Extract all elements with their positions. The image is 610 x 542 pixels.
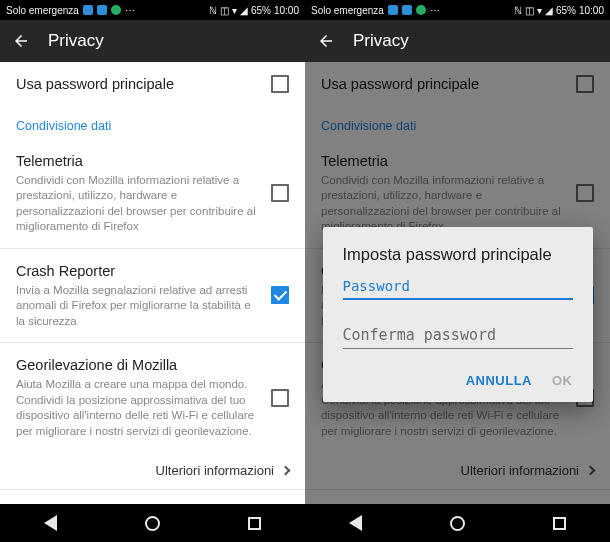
chevron-right-icon: [281, 466, 291, 476]
settings-list: Usa password principale Condivisione dat…: [0, 62, 305, 504]
row-title: Crash Reporter: [16, 262, 259, 281]
clock-text: 10:00: [274, 5, 299, 16]
nav-back-icon[interactable]: [44, 515, 57, 531]
app-bar: Privacy: [305, 20, 610, 62]
notif-icon: [83, 5, 93, 15]
nav-home-icon[interactable]: [450, 516, 465, 531]
notif-icon: [416, 5, 426, 15]
nav-back-icon[interactable]: [349, 515, 362, 531]
notif-icon: [111, 5, 121, 15]
nav-bar: [305, 504, 610, 542]
app-bar: Privacy: [0, 20, 305, 62]
carrier-text: Solo emergenza: [311, 5, 384, 16]
wifi-icon: ▾: [537, 5, 542, 16]
phone-right: Solo emergenza ⋯ ℕ ◫ ▾ ◢ 65% 10:00 Priva…: [305, 0, 610, 542]
more-info-label: Ulteriori informazioni: [156, 463, 274, 478]
vibrate-icon: ◫: [220, 5, 229, 16]
status-bar: Solo emergenza ⋯ ℕ ◫ ▾ ◢ 65% 10:00: [305, 0, 610, 20]
settings-list: Usa password principale Condivisione dat…: [305, 62, 610, 504]
row-geolocation[interactable]: Georilevazione di Mozilla Aiuta Mozilla …: [0, 343, 305, 452]
notif-icon: [402, 5, 412, 15]
clock-text: 10:00: [579, 5, 604, 16]
checkbox-telemetry[interactable]: [271, 184, 289, 202]
nav-home-icon[interactable]: [145, 516, 160, 531]
more-icon: ⋯: [430, 5, 440, 16]
row-title: Telemetria: [16, 152, 259, 171]
row-crash-reporter[interactable]: Crash Reporter Invia a Mozilla segnalazi…: [0, 249, 305, 342]
confirm-password-field[interactable]: [343, 322, 573, 349]
dialog-title: Imposta password principale: [343, 245, 573, 264]
notif-icon: [388, 5, 398, 15]
wifi-icon: ▾: [232, 5, 237, 16]
row-title: Analisi integrità di Firefox: [16, 503, 289, 504]
row-subtitle: Condividi con Mozilla informazioni relat…: [16, 173, 259, 235]
modal-overlay: Imposta password principale ANNULLA OK: [305, 62, 610, 504]
back-icon[interactable]: [317, 32, 335, 50]
row-telemetry[interactable]: Telemetria Condividi con Mozilla informa…: [0, 139, 305, 248]
battery-text: 65%: [556, 5, 576, 16]
checkbox-geolocation[interactable]: [271, 389, 289, 407]
vibrate-icon: ◫: [525, 5, 534, 16]
row-title: Usa password principale: [16, 75, 259, 94]
row-title: Georilevazione di Mozilla: [16, 356, 259, 375]
password-field[interactable]: [343, 274, 573, 300]
row-more-info[interactable]: Ulteriori informazioni: [0, 452, 305, 489]
more-icon: ⋯: [125, 5, 135, 16]
nav-bar: [0, 504, 305, 542]
row-subtitle: Invia a Mozilla segnalazioni relative ad…: [16, 283, 259, 330]
nfc-icon: ℕ: [514, 5, 522, 16]
checkbox-crash-reporter[interactable]: [271, 286, 289, 304]
set-master-password-dialog: Imposta password principale ANNULLA OK: [323, 227, 593, 402]
battery-text: 65%: [251, 5, 271, 16]
checkbox-master-password[interactable]: [271, 75, 289, 93]
dialog-actions: ANNULLA OK: [343, 367, 573, 394]
nav-recent-icon[interactable]: [553, 517, 566, 530]
carrier-text: Solo emergenza: [6, 5, 79, 16]
row-subtitle: Aiuta Mozilla a creare una mappa del mon…: [16, 377, 259, 439]
page-title: Privacy: [48, 31, 104, 51]
cancel-button[interactable]: ANNULLA: [466, 373, 532, 388]
signal-icon: ◢: [545, 5, 553, 16]
nav-recent-icon[interactable]: [248, 517, 261, 530]
row-master-password[interactable]: Usa password principale: [0, 62, 305, 107]
status-bar: Solo emergenza ⋯ ℕ ◫ ▾ ◢ 65% 10:00: [0, 0, 305, 20]
row-firefox-integrity[interactable]: Analisi integrità di Firefox: [0, 490, 305, 504]
ok-button: OK: [552, 373, 573, 388]
nfc-icon: ℕ: [209, 5, 217, 16]
notif-icon: [97, 5, 107, 15]
phone-left: Solo emergenza ⋯ ℕ ◫ ▾ ◢ 65% 10:00 Priva…: [0, 0, 305, 542]
signal-icon: ◢: [240, 5, 248, 16]
back-icon[interactable]: [12, 32, 30, 50]
page-title: Privacy: [353, 31, 409, 51]
section-header-data-sharing: Condivisione dati: [0, 107, 305, 139]
